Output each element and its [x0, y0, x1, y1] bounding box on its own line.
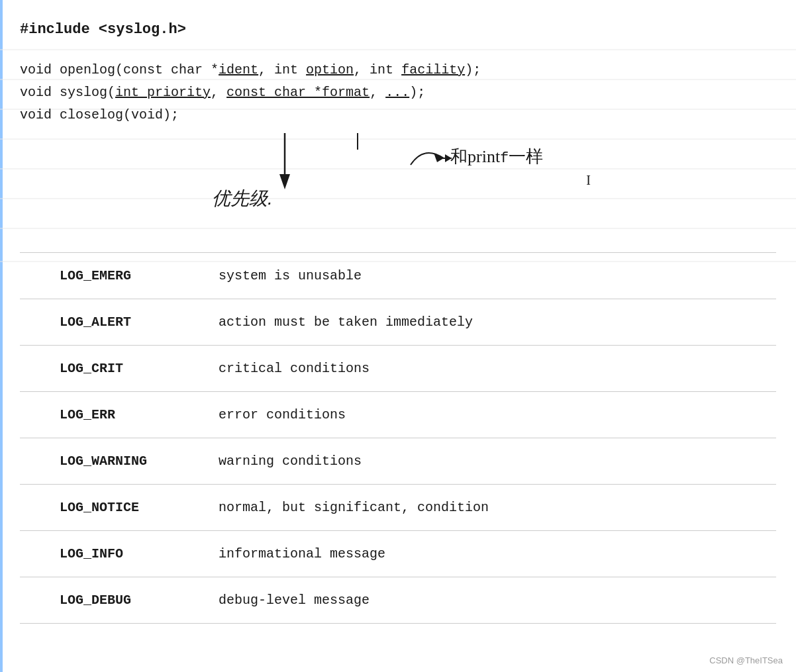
- watermark: CSDN @TheITSea: [709, 655, 783, 665]
- format-annotation-group: 和printf一样: [404, 138, 682, 188]
- priority-chinese-label: 优先级.: [212, 186, 273, 211]
- log-level-description: critical conditions: [205, 345, 776, 391]
- log-level-row: LOG_WARNINGwarning conditions: [20, 438, 776, 484]
- openlog-ident: ident: [219, 62, 258, 77]
- log-level-row: LOG_CRITcritical conditions: [20, 345, 776, 391]
- text-cursor: I: [586, 173, 591, 188]
- svg-marker-9: [279, 174, 290, 189]
- log-level-description: debug-level message: [205, 577, 776, 623]
- log-level-description: error conditions: [205, 391, 776, 438]
- log-level-row: LOG_DEBUGdebug-level message: [20, 577, 776, 623]
- log-level-name: LOG_CRIT: [20, 345, 205, 391]
- include-statement: #include <syslog.h>: [20, 20, 776, 40]
- page-container: #include <syslog.h> void openlog(const c…: [0, 0, 796, 672]
- tick-mark: [351, 133, 364, 156]
- syslog-void: void syslog(int priority, const char *fo…: [20, 85, 425, 100]
- log-level-row: LOG_ALERTaction must be taken immediatel…: [20, 299, 776, 345]
- log-level-row: LOG_INFOinformational message: [20, 530, 776, 577]
- log-level-name: LOG_EMERG: [20, 252, 205, 299]
- log-level-row: LOG_EMERGsystem is unusable: [20, 252, 776, 299]
- annotations-area: 优先级. 和printf一样: [20, 133, 776, 239]
- down-arrow-annotation: [272, 133, 298, 193]
- syslog-ellipsis: ...: [385, 85, 409, 100]
- log-level-description: normal, but significant, condition: [205, 484, 776, 530]
- log-level-row: LOG_ERRerror conditions: [20, 391, 776, 438]
- log-level-name: LOG_NOTICE: [20, 484, 205, 530]
- openlog-facility: facility: [401, 62, 465, 77]
- log-level-description: warning conditions: [205, 438, 776, 484]
- log-level-row: LOG_NOTICEnormal, but significant, condi…: [20, 484, 776, 530]
- log-level-name: LOG_ERR: [20, 391, 205, 438]
- signatures-block: void openlog(const char *ident, int opti…: [20, 59, 776, 126]
- syslog-signature: void syslog(int priority, const char *fo…: [20, 81, 776, 104]
- log-level-name: LOG_ALERT: [20, 299, 205, 345]
- openlog-signature: void openlog(const char *ident, int opti…: [20, 59, 776, 81]
- svg-marker-11: [434, 153, 444, 162]
- syslog-format: const char *format: [226, 85, 370, 100]
- content-area: #include <syslog.h> void openlog(const c…: [0, 0, 796, 644]
- log-level-name: LOG_INFO: [20, 530, 205, 577]
- log-level-description: system is unusable: [205, 252, 776, 299]
- closelog-signature: void closelog(void);: [20, 104, 776, 126]
- log-level-name: LOG_DEBUG: [20, 577, 205, 623]
- syslog-priority: int priority: [115, 85, 211, 100]
- openlog-void: void openlog(const char *ident, int opti…: [20, 62, 481, 77]
- log-level-name: LOG_WARNING: [20, 438, 205, 484]
- openlog-option: option: [306, 62, 354, 77]
- log-level-description: informational message: [205, 530, 776, 577]
- log-level-description: action must be taken immediately: [205, 299, 776, 345]
- log-levels-table: LOG_EMERGsystem is unusableLOG_ALERTacti…: [20, 252, 776, 624]
- printf-annotation-text: 和printf一样: [450, 145, 543, 168]
